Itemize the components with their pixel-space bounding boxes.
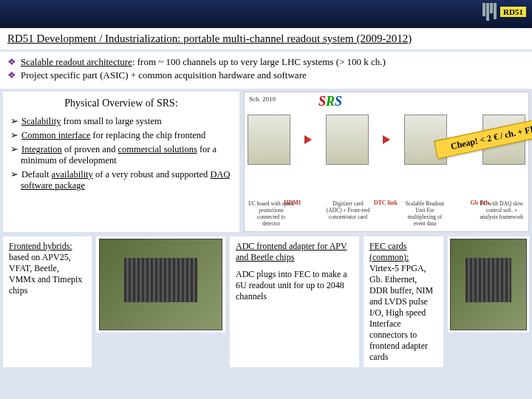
- hybrid-board-photo: [96, 236, 225, 332]
- arrow-right-icon: [304, 135, 312, 144]
- cap-sru: Scalable Readout Unit For multiplexing o…: [401, 200, 449, 227]
- ov1-u: Scalability: [21, 116, 61, 126]
- adc-title: ADC frontend adapter for APV and Beetle …: [236, 241, 353, 263]
- fec-board-photo: [448, 236, 529, 332]
- frontend-hybrids-text: Frontend hybrids: based on APV25, VFAT, …: [3, 236, 92, 367]
- overview-heading: Physical Overview of SRS:: [10, 98, 232, 109]
- arrow-bullet-icon: ➢: [10, 169, 18, 180]
- arrow-bullet-icon: ➢: [10, 116, 18, 126]
- block-digitizer: [326, 115, 369, 165]
- diamond-bullet-icon: ❖: [7, 56, 16, 67]
- srs-logo: SRS: [318, 94, 342, 109]
- ov2-t: for replacing the chip frontend: [90, 130, 205, 140]
- bullet1-rest: : from ~ 100 channels up to very large L…: [132, 56, 386, 67]
- fe-body: based on APV25, VFAT, Beetle, VMMx and T…: [9, 252, 86, 296]
- fec-title: FEC cards (common):: [369, 241, 437, 263]
- fec-body: Virtex-5 FPGA, Gb. Ethernet, DDR buffer,…: [369, 263, 437, 363]
- block-detector: [248, 115, 290, 165]
- fe-title: Frontend hybrids:: [9, 241, 86, 252]
- cap-pc: PC with DAQ slow control soft. + analysi…: [478, 200, 525, 227]
- overview-box: Physical Overview of SRS: ➢Scalability f…: [3, 92, 239, 232]
- intro-bullets: ❖Scalable readout architecture: from ~ 1…: [0, 52, 532, 92]
- srs-subtitle: Sch. 2010: [249, 95, 276, 103]
- ov2-u: Common interface: [21, 130, 90, 140]
- arrow-bullet-icon: ➢: [10, 144, 18, 154]
- ov3-u2: commercial solutions: [118, 144, 197, 154]
- srs-diagram: Sch. 2010 SRS HDMI DTC link Gb Eth I/C b…: [244, 92, 529, 232]
- bullet1-underline: Scalable readout architecture: [21, 56, 132, 67]
- ov4-t2: of a very robust and supported: [93, 169, 211, 180]
- slide-title: RD51 Development / Industrialization: po…: [0, 28, 532, 52]
- adc-body: ADC plugs into FEC to make a 6U readout …: [236, 269, 353, 302]
- arrow-right-icon: [383, 135, 390, 144]
- ov1-t: from small to large system: [61, 116, 161, 126]
- cap-detector: I/C board with spark protections connect…: [248, 200, 295, 227]
- cap-digitizer: Digitizer card (ADC) + Front-end concent…: [324, 200, 372, 227]
- rd51-logo: RD51: [482, 3, 526, 21]
- header-bar: RD51: [0, 0, 532, 28]
- ov3-t1: of proven and: [62, 144, 118, 154]
- logo-text: RD51: [500, 7, 526, 17]
- slide-title-text: RD51 Development / Industrialization: po…: [7, 33, 412, 44]
- ov4-u1: availability: [52, 169, 93, 180]
- arrow-bullet-icon: ➢: [10, 130, 18, 140]
- ov3-u1: Integration: [21, 144, 62, 154]
- adc-adapter-text: ADC frontend adapter for APV and Beetle …: [230, 236, 359, 367]
- ov4-t1: Default: [21, 169, 52, 180]
- fec-cards-text: FEC cards (common): Virtex-5 FPGA, Gb. E…: [364, 236, 443, 367]
- diamond-bullet-icon: ❖: [7, 69, 16, 81]
- bullet2: Project specific part (ASIC) + common ac…: [21, 69, 307, 81]
